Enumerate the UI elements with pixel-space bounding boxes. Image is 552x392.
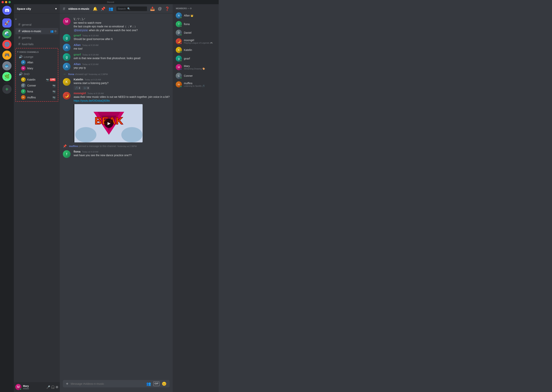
discord-home-icon[interactable] [2, 6, 12, 15]
moongirl-link[interactable]: https://youtu.be/OIDxbaQ928o [74, 99, 110, 102]
app-wrapper: Discord 🚀 🌊 🌐 🎮 🐟 🌿 + Space city ▾ [0, 0, 219, 392]
messages-container[interactable]: M \( ; ▽ ; )／ we need to watch more the … [60, 14, 173, 380]
voice-user-conner[interactable]: C Conner 📷 [16, 83, 57, 88]
server-icon-2[interactable]: 🌊 [2, 29, 12, 38]
member-item-allan[interactable]: A Allan 👑 [174, 11, 217, 20]
channel-item-food-fails[interactable]: # food-fails [15, 41, 58, 47]
channel-hash-icon: # [18, 29, 20, 33]
live-badge: LIVE [50, 78, 56, 81]
text-channels-category[interactable]: ▾ [14, 15, 60, 21]
minimize-button[interactable] [5, 1, 7, 3]
message-author-gnarf-2[interactable]: gnarf [74, 53, 81, 56]
channel-item-gaming[interactable]: # gaming [15, 35, 58, 41]
reaction-music-notes[interactable]: 🎶 3 [82, 86, 90, 90]
header-icons: 🔔 📌 👥 Search 🔍 📥 @ ❓ [93, 7, 170, 11]
member-item-conner[interactable]: C Conner [174, 72, 217, 80]
voice-channel-dnd[interactable]: 🔊 DnD [16, 71, 57, 77]
voice-user-avatar-fiona: f [21, 89, 26, 94]
mute-icon[interactable]: 🎤 [46, 385, 50, 389]
voice-user-mary[interactable]: M Mary [16, 65, 57, 71]
message-header-gnarf-2: gnarf Today at 9:18 AM [74, 53, 170, 56]
member-item-katelin[interactable]: K Katelin [174, 46, 217, 54]
message-author-allan-2[interactable]: Allan [74, 63, 81, 66]
mention-everyone[interactable]: @everyone [74, 29, 88, 32]
close-button[interactable] [1, 1, 4, 3]
voice-channels-category[interactable]: ▾ Voice Channels [16, 49, 58, 54]
server-icon-3[interactable]: 🌐 [2, 40, 12, 49]
reaction-music-note[interactable]: 🎵 3 [74, 86, 81, 90]
mention-icon[interactable]: @ [158, 7, 162, 11]
channel-item-general[interactable]: # general [15, 21, 58, 28]
message-input-wrap: + 👥 GIF 😊 [63, 380, 170, 387]
message-allan-1: A Allan Today at 9:18 AM me too! [60, 42, 173, 52]
system-author-muffins[interactable]: muffins [69, 145, 78, 147]
member-item-daniel[interactable]: D Daniel [174, 28, 217, 37]
member-info-gnarf: gnarf [184, 57, 216, 60]
message-input[interactable] [71, 380, 144, 387]
video-play-button[interactable]: ▶ [104, 119, 113, 128]
member-avatar-wrap-allan: A [176, 13, 182, 19]
member-info-fiona: fiona [184, 23, 216, 26]
member-info-allan: Allan 👑 [184, 14, 216, 17]
member-item-gnarf[interactable]: g gnarf [174, 54, 217, 63]
server-icon-4[interactable]: 🎮 [2, 50, 12, 60]
add-server-button[interactable]: + [2, 84, 12, 94]
system-author-fiona[interactable]: fiona [68, 73, 74, 76]
member-item-mary[interactable]: M Mary Streaming Drawing 🎨 [174, 63, 217, 71]
settings-icon[interactable]: ⚙ [56, 385, 58, 389]
message-author-katelin[interactable]: Katelin [74, 78, 83, 81]
current-user-avatar-wrap: M [15, 384, 22, 390]
gif-icon[interactable]: GIF [153, 381, 160, 386]
voice-user-name-katelin: Katelin [27, 78, 44, 81]
server-list: 🚀 🌊 🌐 🎮 🐟 🌿 + [0, 4, 14, 392]
channel-header: # videos-n-music 🔔 📌 👥 Search 🔍 📥 @ ❓ [60, 4, 173, 14]
server-icon-space-city[interactable]: 🚀 [2, 18, 12, 28]
voice-user-fiona[interactable]: f fiona 📷 [16, 89, 57, 94]
system-join-timestamp: Yesterday at 2:38PM [88, 73, 108, 75]
member-item-fiona[interactable]: f fiona [174, 20, 217, 28]
member-item-moongirl[interactable]: 🌙 moongirl Playing League of Legends 🎮 [174, 37, 217, 46]
system-message-text: fiona showed up! Yesterday at 2:38PM [68, 73, 108, 76]
settings-icon[interactable]: ⚙ [54, 30, 57, 33]
message-author-gnarf-1[interactable]: gnarf [74, 34, 81, 37]
message-content-moongirl: moongirl Today at 9:18 AM aaaa their new… [74, 91, 170, 142]
pin-icon[interactable]: 📌 [101, 7, 105, 11]
message-fiona: f fiona Today at 9:18 AM wait have you s… [60, 149, 173, 159]
category-arrow: ▾ [15, 18, 16, 21]
voice-user-name-conner: Conner [27, 84, 51, 87]
voice-user-muffins[interactable]: m muffins 📷 [16, 95, 57, 100]
member-info-mary: Mary Streaming Drawing 🎨 [184, 64, 216, 70]
voice-user-allan[interactable]: A Allan [16, 60, 57, 65]
members-header: Members — 9 [173, 7, 219, 11]
member-name-katelin: Katelin [184, 49, 216, 51]
voice-user-katelin[interactable]: K Katelin 📷 LIVE [16, 77, 57, 83]
arrow-right-icon: → [63, 72, 66, 76]
message-author-allan-1[interactable]: Allan [74, 43, 81, 47]
video-thumbnail[interactable]: BEAK ▶ [74, 104, 143, 142]
inbox-icon[interactable]: 📥 [150, 7, 155, 11]
search-icon: 🔍 [127, 7, 130, 10]
member-item-muffins[interactable]: m muffins Listening to Spotify 🎵 [174, 80, 217, 89]
server-header[interactable]: Space city ▾ [14, 4, 60, 14]
channel-item-videos-n-music[interactable]: # videos-n-music 👥 ⚙ [15, 28, 58, 34]
message-author-fiona[interactable]: fiona [74, 150, 80, 153]
video-icon: 📷 [46, 78, 49, 81]
server-icon-5[interactable]: 🐟 [2, 61, 12, 70]
help-icon[interactable]: ❓ [165, 7, 170, 11]
voice-channel-lounge[interactable]: 🔊 Lounge [16, 54, 57, 59]
people-icon[interactable]: 👥 [146, 381, 151, 386]
notification-icon[interactable]: 🔔 [93, 7, 98, 11]
members-toggle-icon[interactable]: 👥 [109, 7, 113, 11]
deafen-icon[interactable]: 🎧 [51, 385, 55, 389]
search-bar[interactable]: Search 🔍 [116, 7, 147, 11]
system-join-text: showed up! [75, 73, 88, 76]
member-name-conner: Conner [184, 74, 216, 77]
message-author-moongirl[interactable]: moongirl [74, 91, 86, 95]
member-status-dot-allan [180, 17, 182, 19]
maximize-button[interactable] [8, 1, 11, 3]
server-icon-6[interactable]: 🌿 [2, 72, 12, 81]
message-avatar-fiona: f [63, 150, 71, 158]
add-attachment-button[interactable]: + [66, 381, 68, 386]
emoji-icon[interactable]: 😊 [162, 381, 167, 386]
title-bar-title: Discord [11, 1, 210, 3]
